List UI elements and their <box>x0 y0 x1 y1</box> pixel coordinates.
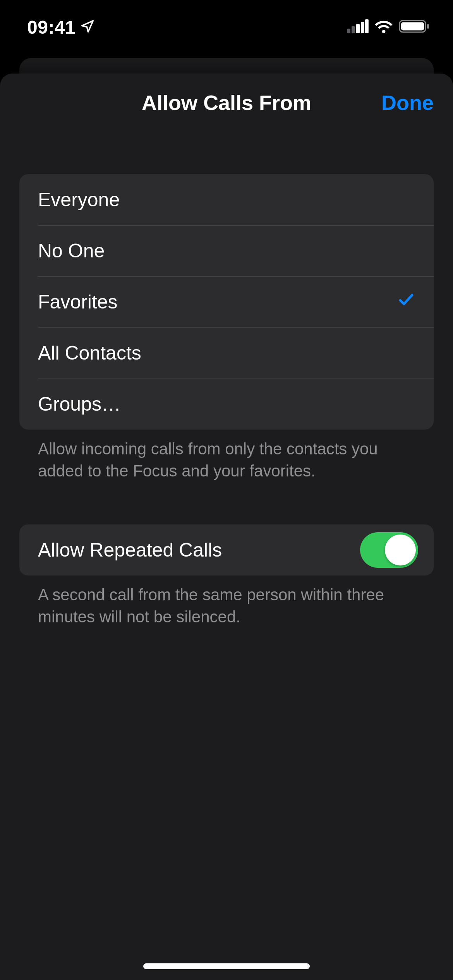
nav-bar: Allow Calls From Done <box>0 74 453 132</box>
svg-rect-0 <box>347 29 350 33</box>
done-button[interactable]: Done <box>381 91 434 115</box>
allow-from-group: Everyone No One Favorites All Contacts G… <box>19 174 434 430</box>
option-all-contacts[interactable]: All Contacts <box>19 327 434 379</box>
location-icon <box>80 17 95 38</box>
checkmark-icon <box>397 291 415 313</box>
repeated-calls-row[interactable]: Allow Repeated Calls <box>19 524 434 576</box>
option-label: Groups… <box>38 393 121 415</box>
battery-icon <box>399 19 430 35</box>
allow-from-footer: Allow incoming calls from only the conta… <box>19 430 434 482</box>
option-no-one[interactable]: No One <box>19 225 434 276</box>
svg-rect-2 <box>356 24 360 33</box>
home-indicator[interactable] <box>143 963 310 969</box>
cellular-icon <box>347 19 369 35</box>
repeated-calls-toggle[interactable] <box>360 532 418 568</box>
status-time-group: 09:41 <box>27 17 95 38</box>
repeated-calls-footer: A second call from the same person withi… <box>19 576 434 628</box>
option-label: Favorites <box>38 291 118 313</box>
option-everyone[interactable]: Everyone <box>19 174 434 225</box>
svg-rect-4 <box>365 19 369 33</box>
option-label: Everyone <box>38 188 120 211</box>
option-favorites[interactable]: Favorites <box>19 276 434 327</box>
svg-rect-6 <box>401 22 424 31</box>
content: Everyone No One Favorites All Contacts G… <box>0 174 453 628</box>
option-groups[interactable]: Groups… <box>19 379 434 430</box>
repeated-calls-group: Allow Repeated Calls <box>19 524 434 576</box>
option-label: No One <box>38 240 105 262</box>
svg-rect-7 <box>427 24 429 29</box>
svg-rect-1 <box>352 26 355 33</box>
status-icons <box>347 19 430 35</box>
status-bar: 09:41 <box>0 0 453 43</box>
modal-sheet: Allow Calls From Done Everyone No One Fa… <box>0 74 453 980</box>
page-title: Allow Calls From <box>142 91 311 115</box>
svg-rect-3 <box>361 22 364 33</box>
option-label: All Contacts <box>38 342 141 364</box>
status-time: 09:41 <box>27 17 76 38</box>
wifi-icon <box>374 19 393 35</box>
toggle-knob <box>385 535 416 565</box>
repeated-calls-label: Allow Repeated Calls <box>38 539 222 561</box>
